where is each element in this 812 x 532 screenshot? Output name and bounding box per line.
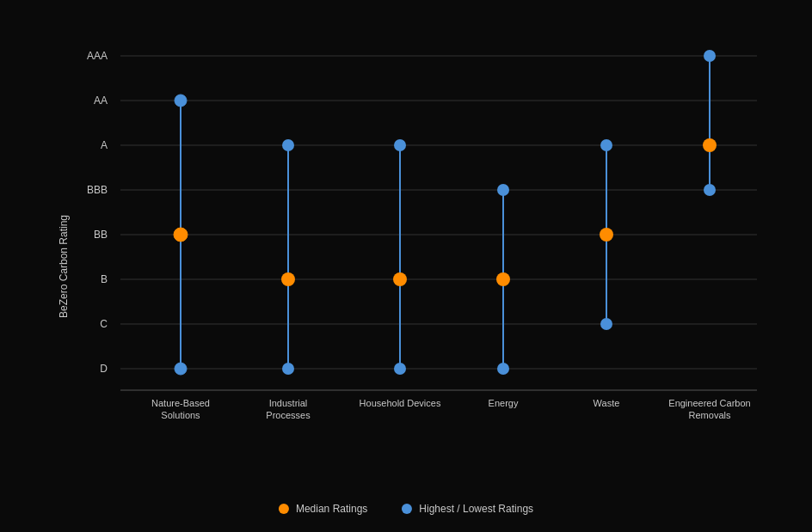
svg-point-39	[497, 184, 509, 196]
legend: Median Ratings Highest / Lowest Ratings	[279, 503, 533, 515]
svg-text:Energy: Energy	[489, 398, 519, 408]
svg-point-45	[600, 228, 613, 242]
svg-text:Waste: Waste	[594, 398, 620, 408]
range-dot	[402, 504, 412, 514]
svg-point-33	[281, 272, 295, 286]
svg-text:AAA: AAA	[87, 50, 108, 62]
svg-point-32	[282, 363, 294, 375]
svg-text:B: B	[101, 273, 108, 285]
median-dot	[279, 504, 289, 514]
svg-point-28	[175, 363, 187, 375]
svg-point-43	[600, 139, 612, 151]
legend-median: Median Ratings	[279, 503, 367, 515]
range-label: Highest / Lowest Ratings	[419, 503, 533, 515]
chart-svg: AAA AA A BBB BB B C D Nature-Based Solut…	[69, 26, 778, 429]
svg-point-44	[600, 318, 612, 330]
svg-text:Processes: Processes	[266, 410, 311, 420]
svg-point-41	[496, 272, 510, 286]
svg-text:Household Devices: Household Devices	[360, 398, 441, 408]
chart-container: BeZero Carbon Rating AAA AA A BBB BB B	[0, 0, 812, 532]
svg-text:Nature-Based: Nature-Based	[151, 398, 210, 408]
svg-point-37	[393, 272, 407, 286]
svg-text:BBB: BBB	[87, 184, 108, 196]
svg-text:D: D	[100, 363, 108, 375]
svg-point-48	[704, 184, 716, 196]
svg-point-29	[174, 228, 188, 242]
svg-text:Removals: Removals	[689, 410, 731, 420]
svg-point-40	[497, 363, 509, 375]
svg-point-49	[703, 138, 717, 152]
svg-text:Solutions: Solutions	[161, 410, 200, 420]
median-label: Median Ratings	[296, 503, 367, 515]
svg-text:Engineered Carbon: Engineered Carbon	[668, 398, 750, 408]
svg-point-27	[175, 95, 187, 107]
svg-text:C: C	[100, 318, 108, 330]
svg-text:AA: AA	[94, 95, 108, 107]
svg-point-36	[394, 363, 406, 375]
svg-point-35	[394, 139, 406, 151]
y-axis-label: BeZero Carbon Rating	[58, 214, 70, 317]
svg-point-31	[282, 139, 294, 151]
chart-area: AAA AA A BBB BB B C D Nature-Based Solut…	[69, 26, 778, 429]
svg-text:BB: BB	[94, 229, 108, 241]
svg-text:A: A	[101, 139, 108, 151]
svg-point-47	[704, 50, 716, 62]
svg-text:Industrial: Industrial	[269, 398, 308, 408]
legend-range: Highest / Lowest Ratings	[402, 503, 533, 515]
